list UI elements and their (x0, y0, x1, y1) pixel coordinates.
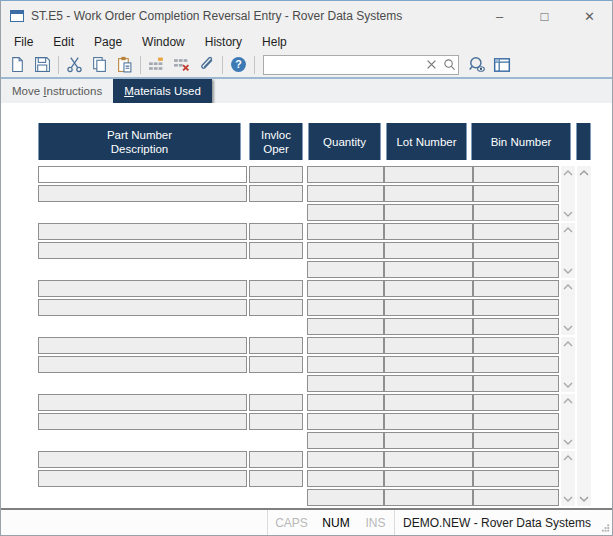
tab-materials-used[interactable]: Materials Used (113, 79, 212, 103)
new-document-icon[interactable] (5, 53, 30, 77)
record-mini-scrollbar[interactable] (561, 223, 575, 278)
description-field[interactable] (38, 242, 247, 259)
quantity-lot-bin-row[interactable] (307, 318, 559, 335)
record-scroll-down-icon[interactable] (562, 267, 574, 275)
column-divider (383, 281, 385, 296)
window-title: ST.E5 - Work Order Completion Reversal E… (31, 9, 477, 23)
oper-field[interactable] (249, 242, 303, 259)
quantity-lot-bin-row[interactable] (307, 470, 559, 487)
menu-window[interactable]: Window (132, 33, 195, 51)
quantity-lot-bin-row[interactable] (307, 375, 559, 392)
record-scroll-down-icon[interactable] (562, 495, 574, 503)
menu-history[interactable]: History (195, 33, 252, 51)
grid-vertical-scrollbar[interactable] (577, 166, 591, 506)
invloc-field[interactable] (249, 394, 303, 411)
menu-page[interactable]: Page (84, 33, 132, 51)
quantity-lot-bin-row[interactable] (307, 204, 559, 221)
record-scroll-up-icon[interactable] (562, 397, 574, 405)
quantity-lot-bin-row[interactable] (307, 166, 559, 183)
record-scroll-down-icon[interactable] (562, 324, 574, 332)
cut-icon[interactable] (62, 53, 87, 77)
lookup-view-icon[interactable] (464, 53, 489, 77)
column-divider (383, 167, 385, 182)
part-number-field[interactable] (38, 394, 247, 411)
maximize-button[interactable]: □ (522, 1, 567, 31)
quantity-lot-bin-row[interactable] (307, 185, 559, 202)
quantity-lot-bin-row[interactable] (307, 261, 559, 278)
tab-move-instructions[interactable]: Move Instructions (1, 79, 113, 103)
help-icon[interactable]: ? (226, 53, 251, 77)
invloc-field[interactable] (249, 451, 303, 468)
invloc-field[interactable] (249, 223, 303, 240)
quantity-lot-bin-row[interactable] (307, 394, 559, 411)
description-field[interactable] (38, 413, 247, 430)
paste-icon[interactable] (112, 53, 137, 77)
quantity-lot-bin-row[interactable] (307, 489, 559, 506)
part-number-field[interactable] (38, 280, 247, 297)
record-scroll-down-icon[interactable] (562, 381, 574, 389)
record-scroll-up-icon[interactable] (562, 226, 574, 234)
quantity-lot-bin-row[interactable] (307, 432, 559, 449)
toolbar-separator (58, 56, 59, 74)
part-number-field[interactable] (38, 337, 247, 354)
quantity-lot-bin-row[interactable] (307, 451, 559, 468)
record-mini-scrollbar[interactable] (561, 451, 575, 506)
invloc-field[interactable] (249, 166, 303, 183)
record-mini-scrollbar[interactable] (561, 337, 575, 392)
record-mini-scrollbar[interactable] (561, 280, 575, 335)
resize-grip[interactable] (599, 510, 612, 535)
minimize-button[interactable]: – (477, 1, 522, 31)
caps-lock-indicator: CAPS (268, 510, 315, 535)
description-field[interactable] (38, 185, 247, 202)
column-divider (383, 433, 385, 448)
record-scroll-up-icon[interactable] (562, 169, 574, 177)
copy-icon[interactable] (87, 53, 112, 77)
part-number-field[interactable] (38, 166, 247, 183)
quantity-lot-bin-row[interactable] (307, 299, 559, 316)
menu-edit[interactable]: Edit (43, 33, 84, 51)
description-field[interactable] (38, 299, 247, 316)
table-view-icon[interactable] (489, 53, 514, 77)
scroll-up-icon[interactable] (578, 169, 590, 177)
quantity-lot-bin-row[interactable] (307, 356, 559, 373)
invloc-field[interactable] (249, 280, 303, 297)
clear-search-icon[interactable] (422, 56, 440, 74)
record-scroll-down-icon[interactable] (562, 210, 574, 218)
search-icon[interactable] (440, 56, 458, 74)
part-number-field[interactable] (38, 451, 247, 468)
scroll-down-icon[interactable] (578, 495, 590, 503)
menu-file[interactable]: File (4, 33, 43, 51)
quantity-lot-bin-row[interactable] (307, 337, 559, 354)
oper-field[interactable] (249, 413, 303, 430)
menu-help[interactable]: Help (252, 33, 297, 51)
save-icon[interactable] (30, 53, 55, 77)
column-divider (472, 167, 474, 182)
quantity-lot-bin-row[interactable] (307, 242, 559, 259)
column-header-invloc-oper: InvlocOper (249, 123, 303, 160)
invloc-field[interactable] (249, 337, 303, 354)
oper-field[interactable] (249, 470, 303, 487)
oper-field[interactable] (249, 185, 303, 202)
delete-row-grid-icon[interactable] (169, 53, 194, 77)
quantity-lot-bin-row[interactable] (307, 413, 559, 430)
quantity-lot-bin-row[interactable] (307, 223, 559, 240)
record-scroll-down-icon[interactable] (562, 438, 574, 446)
description-field[interactable] (38, 470, 247, 487)
quantity-lot-bin-row[interactable] (307, 280, 559, 297)
attachment-icon[interactable] (194, 53, 219, 77)
column-divider (383, 224, 385, 239)
column-header-quantity: Quantity (308, 123, 381, 160)
record-scroll-up-icon[interactable] (562, 340, 574, 348)
record-mini-scrollbar[interactable] (561, 394, 575, 449)
description-field[interactable] (38, 356, 247, 373)
record-scroll-up-icon[interactable] (562, 283, 574, 291)
record-mini-scrollbar[interactable] (561, 166, 575, 221)
column-divider (472, 452, 474, 467)
search-input[interactable] (264, 58, 422, 72)
close-button[interactable]: ✕ (567, 1, 612, 31)
insert-row-grid-icon[interactable] (144, 53, 169, 77)
record-scroll-up-icon[interactable] (562, 454, 574, 462)
oper-field[interactable] (249, 299, 303, 316)
oper-field[interactable] (249, 356, 303, 373)
part-number-field[interactable] (38, 223, 247, 240)
